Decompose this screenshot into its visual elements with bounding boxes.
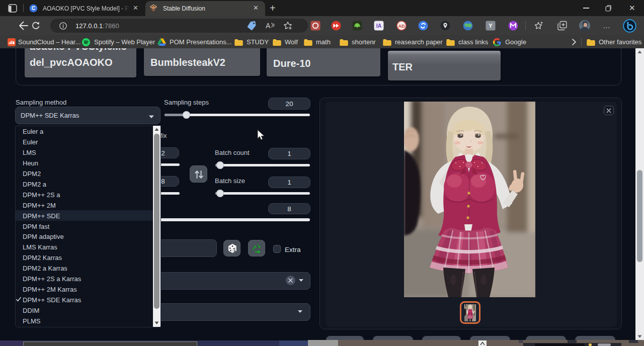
svg-text:C: C — [32, 6, 35, 11]
svg-text:Y: Y — [489, 23, 493, 29]
svg-text:AD: AD — [398, 24, 405, 29]
svg-text:IA: IA — [376, 23, 382, 29]
